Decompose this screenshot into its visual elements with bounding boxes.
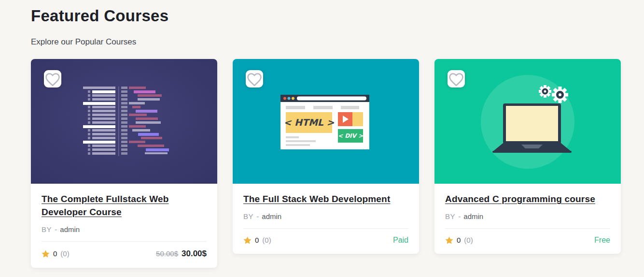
course-rating: 0 (0) <box>42 249 70 258</box>
rating-count: (0) <box>464 236 473 244</box>
course-card-body: The Full Stack Web Development BY - admi… <box>233 184 419 254</box>
heart-icon <box>448 70 465 87</box>
div-tag-label: < DIV > <box>338 132 363 139</box>
price-badge: Free <box>594 236 610 245</box>
rating-value: 0 <box>457 236 461 244</box>
course-title-link[interactable]: The Full Stack Web Development <box>243 193 408 206</box>
featured-courses-section: Featured Courses Explore our Popular Cou… <box>0 0 644 268</box>
by-label: BY <box>243 212 253 220</box>
course-card-body: The Complete Fullstack Web Developer Cou… <box>31 184 217 268</box>
course-card-body: Advanced C programming course BY - admin… <box>434 184 621 254</box>
wishlist-button[interactable] <box>246 70 263 87</box>
by-separator: - <box>458 212 461 220</box>
course-author: admin <box>262 212 281 220</box>
star-icon <box>243 236 252 244</box>
page-title: Featured Courses <box>31 7 621 25</box>
course-card-grid: The Complete Fullstack Web Developer Cou… <box>31 59 621 268</box>
course-title-link[interactable]: The Complete Fullstack Web Developer Cou… <box>42 193 207 219</box>
heart-icon <box>44 70 61 87</box>
rating-value: 0 <box>53 249 57 258</box>
course-author: admin <box>60 225 80 233</box>
course-card-footer: 0 (0) 50.00$ 30.00$ <box>42 241 207 268</box>
course-byline: BY - admin <box>445 212 610 220</box>
course-title-link[interactable]: Advanced C programming course <box>445 193 610 206</box>
by-label: BY <box>445 212 455 220</box>
price-badge: Paid <box>393 236 408 245</box>
course-card: Advanced C programming course BY - admin… <box>434 59 621 254</box>
wishlist-button[interactable] <box>448 70 465 87</box>
course-thumbnail[interactable]: < HTML > < DIV > <box>233 59 419 184</box>
course-author: admin <box>463 212 483 220</box>
course-card-footer: 0 (0) Free <box>445 228 610 254</box>
course-card: < HTML > < DIV > <box>233 59 419 254</box>
rating-value: 0 <box>255 236 259 244</box>
course-byline: BY - admin <box>42 225 207 233</box>
course-byline: BY - admin <box>243 212 408 220</box>
course-thumbnail[interactable] <box>434 59 621 184</box>
course-price: 50.00$ 30.00$ <box>156 249 207 259</box>
star-icon <box>445 236 453 244</box>
by-separator: - <box>256 212 259 220</box>
heart-icon <box>246 70 263 87</box>
by-label: BY <box>42 225 52 233</box>
html-tag-label: < HTML > <box>284 117 335 128</box>
rating-count: (0) <box>60 249 69 258</box>
laptop-icon <box>492 103 572 153</box>
rating-count: (0) <box>262 236 271 244</box>
price-current: 30.00$ <box>182 249 207 259</box>
page-subtitle: Explore our Popular Courses <box>31 37 621 47</box>
by-separator: - <box>55 225 57 233</box>
star-icon <box>42 250 50 258</box>
course-rating: 0 (0) <box>243 236 271 244</box>
wishlist-button[interactable] <box>44 70 61 87</box>
course-card: The Complete Fullstack Web Developer Cou… <box>31 59 217 268</box>
price-old: 50.00$ <box>156 249 178 258</box>
course-thumbnail[interactable] <box>31 59 217 184</box>
course-card-footer: 0 (0) Paid <box>243 228 408 254</box>
course-rating: 0 (0) <box>445 236 473 244</box>
